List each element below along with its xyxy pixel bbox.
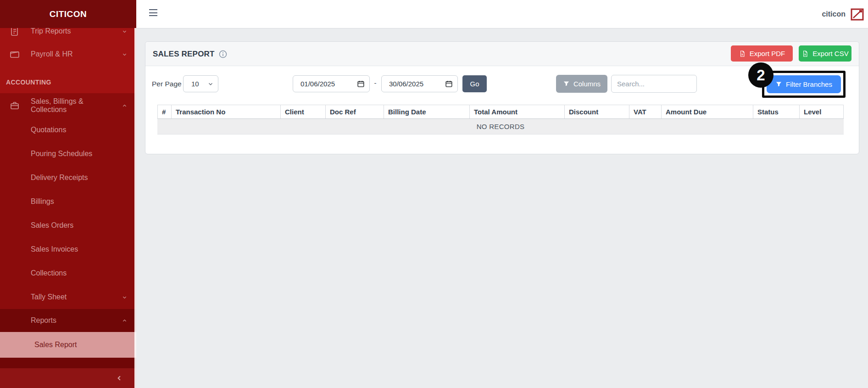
table-empty-row: NO RECORDS (157, 119, 844, 135)
sidebar-footer (0, 368, 136, 388)
card-header: SALES REPORT Export PDF (145, 42, 859, 66)
sidebar-item-label: Pouring Schedules (31, 150, 92, 158)
pdf-file-icon (739, 50, 746, 57)
app-window: Trip Reports Payroll & HR ACCOUNTING Sal… (0, 0, 868, 388)
column-header-discount[interactable]: Discount (564, 105, 629, 118)
brand-logo-text: CITICON (50, 9, 87, 19)
date-range-separator: - (373, 79, 378, 87)
csv-file-icon (801, 50, 809, 57)
filter-branches-label: Filter Branches (786, 80, 832, 88)
sidebar-collapse-icon[interactable] (116, 374, 123, 382)
sidebar-group-sales-billings: Sales, Billings & Collections Quotations… (0, 93, 136, 309)
column-header-status[interactable]: Status (753, 105, 799, 118)
calendar-icon[interactable] (357, 80, 365, 88)
sidebar-item-label: Quotations (31, 126, 66, 134)
chevron-up-icon (121, 317, 128, 324)
sidebar: Trip Reports Payroll & HR ACCOUNTING Sal… (0, 0, 136, 388)
sidebar-scrollbar[interactable] (134, 28, 136, 388)
column-header-number[interactable]: # (157, 105, 171, 118)
sales-report-card: SALES REPORT Export PDF (145, 41, 859, 154)
sidebar-item-billings[interactable]: Billings (0, 190, 136, 214)
chevron-down-icon (121, 294, 128, 301)
filter-icon (775, 81, 782, 88)
date-to-input[interactable] (388, 79, 434, 88)
topbar-right: citicon (822, 0, 864, 28)
export-csv-button[interactable]: Export CSV (799, 45, 851, 62)
column-header-doc-ref[interactable]: Doc Ref (325, 105, 384, 118)
per-page-value: 10 (191, 80, 199, 88)
sidebar-item-payroll-hr[interactable]: Payroll & HR (0, 43, 136, 66)
sidebar-item-label: Billings (31, 197, 54, 206)
topbar: citicon (136, 0, 868, 28)
date-from-input[interactable] (300, 79, 345, 88)
sidebar-item-sales-orders[interactable]: Sales Orders (0, 214, 136, 237)
table-header-row: # Transaction No Client Doc Ref Billing … (157, 105, 844, 119)
app-logo-icon[interactable] (851, 8, 864, 21)
sidebar-item-delivery-receipts[interactable]: Delivery Receipts (0, 166, 136, 190)
sidebar-item-tally-sheet[interactable]: Tally Sheet (0, 285, 136, 309)
column-header-amount-due[interactable]: Amount Due (661, 105, 753, 118)
column-header-vat[interactable]: VAT (629, 105, 661, 118)
sidebar-item-sales-billings-collections[interactable]: Sales, Billings & Collections (0, 93, 136, 118)
sidebar-item-sales-report-active[interactable]: Sales Report (0, 332, 136, 358)
go-button[interactable]: Go (462, 75, 487, 92)
wallet-icon (9, 49, 20, 60)
sidebar-item-label: Payroll & HR (31, 50, 73, 58)
sidebar-item-clipped[interactable] (0, 358, 136, 368)
column-header-transaction-no[interactable]: Transaction No (171, 105, 280, 118)
chevron-down-icon (207, 81, 214, 87)
sidebar-item-quotations[interactable]: Quotations (0, 118, 136, 142)
sidebar-item-sales-invoices[interactable]: Sales Invoices (0, 237, 136, 261)
column-header-billing-date[interactable]: Billing Date (384, 105, 469, 118)
date-to-field (381, 75, 458, 92)
topbar-username: citicon (822, 10, 846, 18)
calendar-icon[interactable] (445, 80, 453, 88)
sales-report-table: # Transaction No Client Doc Ref Billing … (157, 105, 844, 135)
column-header-client[interactable]: Client (280, 105, 325, 118)
no-records-text: NO RECORDS (477, 123, 525, 130)
chevron-up-icon (121, 102, 128, 109)
sidebar-brand-header: CITICON (0, 0, 136, 28)
hamburger-menu-icon[interactable] (149, 9, 157, 16)
go-label: Go (470, 80, 479, 88)
sidebar-item-label: Sales Report (34, 341, 77, 349)
sidebar-item-label: Tally Sheet (31, 293, 67, 301)
chevron-down-icon (121, 28, 128, 35)
columns-button[interactable]: Columns (556, 75, 607, 93)
per-page-label: Per Page (152, 80, 182, 88)
sidebar-item-label: Sales Orders (31, 221, 73, 230)
sidebar-item-pouring-schedules[interactable]: Pouring Schedules (0, 142, 136, 166)
sidebar-item-label: Sales Invoices (31, 245, 78, 253)
sidebar-item-label: Collections (31, 269, 67, 277)
export-pdf-button[interactable]: Export PDF (731, 45, 793, 62)
date-from-field (293, 75, 370, 92)
sidebar-item-collections[interactable]: Collections (0, 261, 136, 285)
page-title-row: SALES REPORT (153, 42, 228, 66)
sidebar-item-label: Sales, Billings & Collections (31, 97, 121, 114)
briefcase-icon (9, 100, 20, 111)
sidebar-item-label: Delivery Receipts (31, 174, 88, 182)
info-icon[interactable] (218, 50, 228, 59)
filter-icon (563, 80, 570, 87)
column-header-total-amount[interactable]: Total Amount (469, 105, 564, 118)
search-input[interactable] (611, 75, 697, 93)
export-csv-label: Export CSV (812, 50, 848, 57)
annotation-step-number: 2 (757, 67, 765, 84)
sidebar-item-label: Reports (31, 316, 56, 325)
chevron-down-icon (121, 51, 128, 58)
column-header-level[interactable]: Level (799, 105, 844, 118)
main-area: citicon SALES REPORT (136, 0, 868, 388)
sidebar-section-accounting: ACCOUNTING (6, 79, 136, 88)
page-title: SALES REPORT (153, 50, 215, 59)
sidebar-menu: Trip Reports Payroll & HR ACCOUNTING Sal… (0, 20, 136, 368)
per-page-select[interactable]: 10 (183, 75, 218, 92)
columns-label: Columns (573, 80, 601, 88)
sidebar-item-reports[interactable]: Reports (0, 309, 136, 332)
sidebar-item-label: Trip Reports (31, 27, 71, 35)
filter-branches-button[interactable]: Filter Branches (767, 75, 841, 93)
export-pdf-label: Export PDF (750, 50, 785, 57)
